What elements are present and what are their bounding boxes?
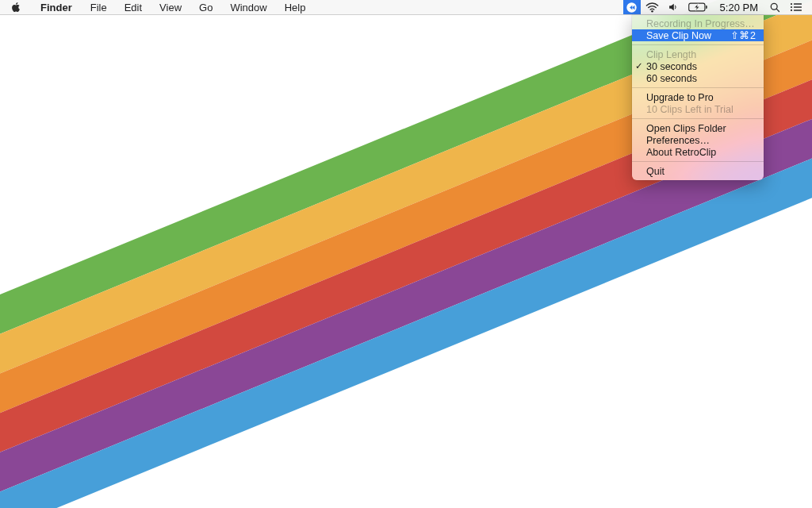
- volume-icon: [668, 2, 679, 12]
- volume-status-item[interactable]: [664, 0, 684, 14]
- menu-bar-left: Finder File Edit View Go Window Help: [0, 0, 314, 14]
- menu-item-label: Clip Length: [646, 49, 696, 60]
- menu-item-recording-in-progress: Recording In Progress…: [632, 17, 764, 29]
- menu-item-label: Save Clip Now: [646, 30, 711, 41]
- menu-item-label: About RetroClip: [646, 147, 716, 158]
- menubar-item-window[interactable]: Window: [221, 0, 275, 14]
- retroclip-status-item[interactable]: [623, 0, 641, 14]
- menu-item-label: Open Clips Folder: [646, 123, 726, 134]
- menu-bar: Finder File Edit View Go Window Help: [0, 0, 812, 15]
- battery-status-item[interactable]: [684, 0, 713, 14]
- menu-item-clips-left-in-trial: 10 Clips Left in Trial: [632, 103, 764, 115]
- menu-bar-status-area: 5:20 PM: [623, 0, 812, 14]
- retroclip-menu: Recording In Progress… Save Clip Now ⇧⌘2…: [632, 15, 764, 180]
- menu-item-upgrade-to-pro[interactable]: Upgrade to Pro: [632, 91, 764, 103]
- apple-logo-icon: [11, 2, 21, 13]
- menu-item-30-seconds[interactable]: ✓ 30 seconds: [632, 60, 764, 72]
- apple-menu[interactable]: [0, 0, 31, 14]
- checkmark-icon: ✓: [635, 60, 643, 72]
- menubar-clock[interactable]: 5:20 PM: [713, 0, 765, 14]
- menu-item-label: Preferences…: [646, 135, 710, 146]
- menu-item-preferences[interactable]: Preferences…: [632, 134, 764, 146]
- menubar-item-help[interactable]: Help: [276, 0, 315, 14]
- menu-item-open-clips-folder[interactable]: Open Clips Folder: [632, 122, 764, 134]
- menubar-item-file[interactable]: File: [82, 0, 116, 14]
- notification-center-icon: [790, 2, 802, 12]
- menubar-item-view[interactable]: View: [151, 0, 190, 14]
- notification-center-status-item[interactable]: [785, 0, 807, 14]
- wifi-icon: [645, 2, 659, 13]
- wifi-status-item[interactable]: [641, 0, 664, 14]
- menu-item-save-clip-now[interactable]: Save Clip Now ⇧⌘2: [632, 29, 764, 41]
- menu-item-label: 60 seconds: [646, 73, 697, 84]
- spotlight-status-item[interactable]: [765, 0, 785, 14]
- menu-separator: [632, 87, 764, 88]
- menu-item-label: 10 Clips Left in Trial: [646, 104, 733, 115]
- menu-item-label: Quit: [646, 166, 665, 177]
- menu-item-about-retroclip[interactable]: About RetroClip: [632, 146, 764, 158]
- menu-item-60-seconds[interactable]: 60 seconds: [632, 72, 764, 84]
- menu-item-label: 30 seconds: [646, 61, 697, 72]
- menu-item-quit[interactable]: Quit: [632, 165, 764, 177]
- menu-separator: [632, 44, 764, 45]
- search-icon: [770, 2, 780, 13]
- menu-separator: [632, 118, 764, 119]
- menubar-item-go[interactable]: Go: [190, 0, 221, 14]
- battery-charging-icon: [688, 2, 708, 12]
- menu-item-label: Upgrade to Pro: [646, 92, 714, 103]
- menu-item-label: Recording In Progress…: [646, 18, 755, 29]
- menubar-item-finder[interactable]: Finder: [31, 0, 82, 14]
- retroclip-icon: [626, 2, 638, 13]
- menu-separator: [632, 161, 764, 162]
- menubar-item-edit[interactable]: Edit: [116, 0, 151, 14]
- menu-item-shortcut: ⇧⌘2: [721, 29, 756, 41]
- menu-item-clip-length: Clip Length: [632, 48, 764, 60]
